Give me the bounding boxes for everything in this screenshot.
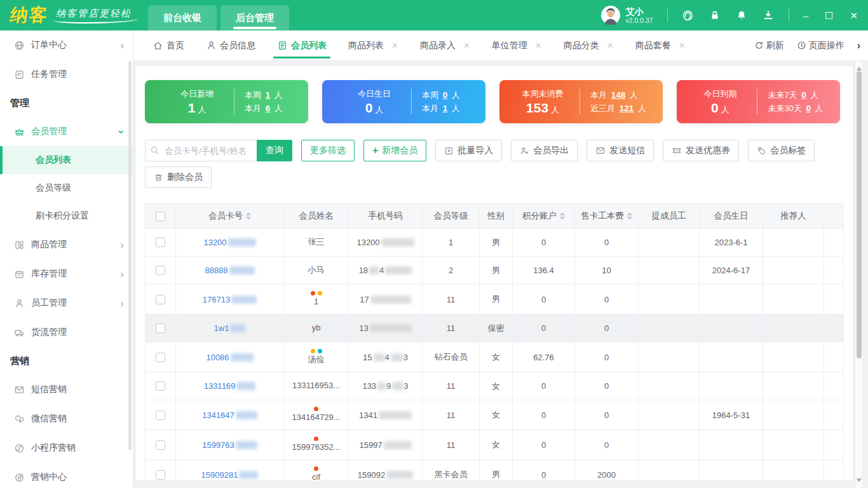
member-card-link[interactable]: 1w1 bbox=[214, 323, 246, 333]
lock-icon[interactable] bbox=[709, 9, 721, 22]
search-input[interactable] bbox=[145, 140, 257, 161]
tab-backend-admin[interactable]: 后台管理 bbox=[220, 5, 289, 30]
table-row[interactable]: 10086汤俭1543钻石会员女62.760 bbox=[146, 342, 843, 372]
send-sms-button[interactable]: 发送短信 bbox=[587, 140, 654, 161]
close-tab-icon[interactable]: ✕ bbox=[463, 41, 470, 50]
table-row[interactable]: 1331169133116953...1339311女00 bbox=[146, 372, 843, 400]
sort-icon[interactable] bbox=[627, 210, 632, 222]
table-row[interactable]: 88888小马1842男136.4102024-6-17 bbox=[146, 256, 843, 284]
stat-card[interactable]: 本周未消费153人本月 148 人近三月 121 人 bbox=[499, 80, 663, 123]
member-card-link[interactable]: 13200 bbox=[203, 238, 255, 247]
sidebar-item[interactable]: 微信营销 bbox=[0, 404, 133, 433]
stat-card[interactable]: 今日生日0人本周 0 人本月 1 人 bbox=[322, 80, 485, 123]
row-checkbox[interactable] bbox=[156, 381, 165, 391]
minimize-button[interactable]: – bbox=[803, 11, 808, 20]
page-tab[interactable]: 商品列表✕ bbox=[348, 30, 398, 61]
sidebar-item[interactable]: 库存管理› bbox=[0, 259, 133, 288]
sidebar-item[interactable]: 商品管理› bbox=[0, 230, 133, 259]
sidebar-item[interactable]: 订单中心› bbox=[0, 30, 133, 60]
add-member-button[interactable]: +新增会员 bbox=[363, 140, 426, 161]
refresh-button[interactable]: 刷新 bbox=[754, 40, 784, 51]
stat-line[interactable]: 本周 1 人 bbox=[245, 90, 283, 101]
page-operations-button[interactable]: 页面操作 bbox=[797, 40, 844, 51]
sidebar-item[interactable]: 货流管理 bbox=[0, 318, 133, 347]
table-header-cell[interactable]: 售卡工本费 bbox=[575, 204, 639, 228]
table-row[interactable]: 1341647134164729...134111女001964-5-31 bbox=[146, 400, 843, 430]
stat-line[interactable]: 本月 1 人 bbox=[422, 103, 460, 114]
member-card-link[interactable]: 1599763 bbox=[202, 440, 257, 450]
stat-line[interactable]: 本月 6 人 bbox=[245, 103, 283, 114]
page-tab[interactable]: 单位管理✕ bbox=[492, 30, 542, 61]
page-tab[interactable]: 会员信息 bbox=[206, 30, 255, 61]
search-button[interactable]: 查询 bbox=[257, 140, 292, 161]
row-checkbox[interactable] bbox=[156, 295, 165, 304]
scroll-up-arrow-icon[interactable] bbox=[857, 64, 862, 71]
scroll-down-arrow-icon[interactable] bbox=[857, 478, 862, 485]
sidebar-scrollbar-thumb[interactable] bbox=[128, 61, 132, 450]
row-checkbox[interactable] bbox=[156, 470, 165, 480]
stat-line[interactable]: 未来7天 0 人 bbox=[768, 90, 823, 101]
table-header-cell[interactable]: 会员卡号 bbox=[176, 204, 284, 228]
content-scrollbar-thumb[interactable] bbox=[857, 71, 862, 358]
delete-member-button[interactable]: 删除会员 bbox=[145, 166, 212, 188]
row-checkbox[interactable] bbox=[156, 238, 165, 247]
sidebar-item[interactable]: 员工管理› bbox=[0, 288, 133, 318]
close-tab-icon[interactable]: ✕ bbox=[607, 41, 614, 50]
table-row[interactable]: 15909281cif159092黑卡会员男02000 bbox=[146, 459, 843, 480]
table-header-cell[interactable]: 积分账户 bbox=[513, 204, 575, 228]
chevron-right-icon[interactable]: › bbox=[857, 40, 860, 51]
member-card-link[interactable]: 1331169 bbox=[204, 381, 256, 391]
sidebar-item[interactable]: 营销中心 bbox=[0, 463, 133, 488]
download-icon[interactable] bbox=[762, 9, 775, 22]
content-scrollbar[interactable] bbox=[855, 61, 862, 488]
member-card-link[interactable]: 10086 bbox=[206, 353, 253, 362]
sidebar-item[interactable]: 会员管理› bbox=[0, 117, 133, 146]
close-tab-icon[interactable]: ✕ bbox=[679, 41, 686, 50]
row-checkbox[interactable] bbox=[156, 266, 165, 275]
page-tab[interactable]: 会员列表 bbox=[277, 30, 327, 61]
sidebar-item[interactable]: 短信营销 bbox=[0, 375, 133, 404]
stat-line[interactable]: 未来30天 0 人 bbox=[768, 103, 823, 114]
more-filter-button[interactable]: 更多筛选 bbox=[301, 140, 355, 161]
sort-icon[interactable] bbox=[560, 210, 565, 222]
table-row[interactable]: 1599763159976352...1599711女00 bbox=[146, 430, 843, 459]
table-row[interactable]: 17671311711男00 bbox=[146, 284, 843, 314]
sidebar-subitem[interactable]: 刷卡积分设置 bbox=[0, 202, 133, 230]
table-row[interactable]: 1w1yb1311保密00 bbox=[146, 314, 843, 342]
select-all-checkbox[interactable] bbox=[156, 212, 165, 221]
member-tag-button[interactable]: 会员标签 bbox=[748, 140, 815, 161]
page-tab[interactable]: 首页 bbox=[153, 30, 184, 61]
user-block[interactable]: 艾小 v2.0.0.37 bbox=[601, 6, 653, 25]
page-tab[interactable]: 商品套餐✕ bbox=[635, 30, 686, 61]
batch-import-button[interactable]: 批量导入 bbox=[435, 140, 502, 161]
sidebar-item[interactable]: 任务管理 bbox=[0, 60, 133, 89]
table-row[interactable]: 13200张三132001男002023-6-1 bbox=[146, 228, 843, 256]
member-card-link[interactable]: 1341647 bbox=[202, 410, 257, 420]
send-coupon-button[interactable]: 发送优惠券 bbox=[663, 140, 739, 161]
sidebar-item[interactable]: 小程序营销 bbox=[0, 433, 133, 463]
stat-card[interactable]: 今日新增1人本周 1 人本月 6 人 bbox=[145, 80, 308, 123]
stat-line[interactable]: 近三月 121 人 bbox=[590, 103, 646, 114]
member-card-link[interactable]: 88888 bbox=[205, 266, 254, 275]
member-card-link[interactable]: 176713 bbox=[203, 295, 257, 304]
row-checkbox[interactable] bbox=[156, 353, 165, 362]
member-card-link[interactable]: 15909281 bbox=[201, 470, 259, 480]
row-checkbox[interactable] bbox=[156, 440, 165, 450]
page-tab[interactable]: 商品分类✕ bbox=[564, 30, 614, 61]
sidebar-subitem[interactable]: 会员列表 bbox=[0, 146, 133, 174]
stat-line[interactable]: 本月 148 人 bbox=[590, 90, 646, 101]
sort-icon[interactable] bbox=[246, 210, 251, 222]
customer-service-icon[interactable] bbox=[682, 9, 695, 22]
stat-card[interactable]: 今日到期0人未来7天 0 人未来30天 0 人 bbox=[677, 80, 840, 123]
maximize-button[interactable]: ☐ bbox=[825, 11, 833, 20]
row-checkbox[interactable] bbox=[156, 323, 165, 333]
close-button[interactable]: ✕ bbox=[850, 11, 858, 20]
bell-icon[interactable] bbox=[735, 9, 748, 22]
close-tab-icon[interactable]: ✕ bbox=[535, 41, 542, 50]
export-member-button[interactable]: 会员导出 bbox=[511, 140, 578, 161]
close-tab-icon[interactable]: ✕ bbox=[391, 41, 398, 50]
sidebar-subitem[interactable]: 会员等级 bbox=[0, 174, 133, 202]
page-tab[interactable]: 商品录入✕ bbox=[420, 30, 470, 61]
stat-line[interactable]: 本周 0 人 bbox=[422, 90, 460, 101]
row-checkbox[interactable] bbox=[156, 410, 165, 420]
